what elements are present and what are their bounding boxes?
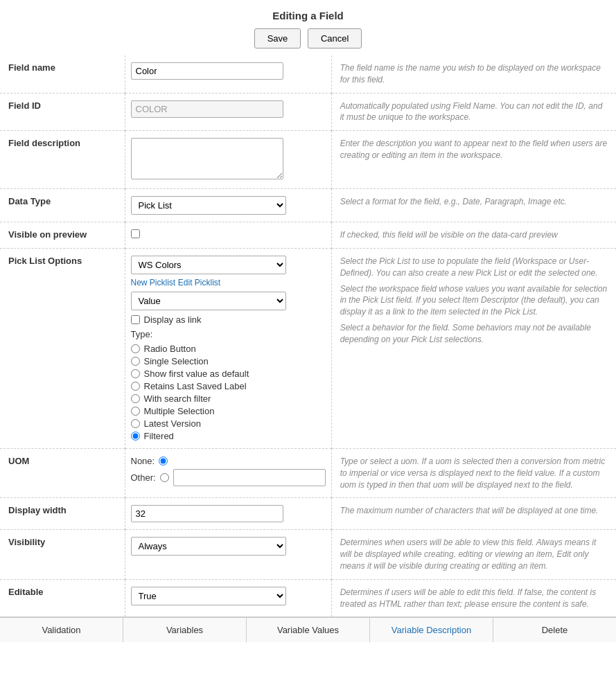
radio-label-latest_version: Latest Version	[144, 418, 201, 429]
picklist-select[interactable]: WS ColorsCustom List	[131, 256, 286, 274]
picklist-help-cell: Select the Pick List to use to populate …	[331, 248, 616, 448]
visibility-label: Visibility	[0, 530, 125, 579]
uom-other-input[interactable]	[173, 469, 326, 486]
radio-latest_version[interactable]	[131, 419, 140, 428]
field-description-label: Field description	[0, 131, 125, 189]
editable-input-cell: TrueFalse	[125, 579, 331, 616]
display-as-link-checkbox[interactable]	[131, 315, 140, 324]
field-id-input	[131, 100, 283, 118]
editable-help: Determines if users will be able to edit…	[331, 579, 616, 616]
uom-none-label: None:	[131, 456, 155, 466]
radio-row-show_first: Show first value as default	[131, 369, 326, 379]
editable-select[interactable]: TrueFalse	[131, 587, 286, 605]
display-width-label: Display width	[0, 498, 125, 530]
radio-row-with_search: With search filter	[131, 393, 326, 404]
field-name-input-cell	[125, 55, 331, 93]
radio-radio_button[interactable]	[131, 344, 140, 353]
radio-label-show_first: Show first value as default	[144, 369, 249, 379]
footer-tab-validation[interactable]: Validation	[0, 618, 123, 642]
radio-with_search[interactable]	[131, 394, 140, 403]
footer-tab-delete[interactable]: Delete	[493, 618, 616, 642]
field-name-label: Field name	[0, 55, 125, 93]
uom-other-radio[interactable]	[160, 473, 169, 482]
data-type-input-cell: Pick ListTextDateNumberImageParagraph	[125, 189, 331, 222]
display-width-row: Display width The maximum number of char…	[0, 498, 616, 530]
visible-preview-label: Visible on preview	[0, 222, 125, 249]
radio-row-latest_version: Latest Version	[131, 418, 326, 429]
radio-filtered[interactable]	[131, 432, 140, 441]
visible-preview-row: Visible on preview If checked, this fiel…	[0, 222, 616, 249]
picklist-input-cell: WS ColorsCustom List New Picklist Edit P…	[125, 248, 331, 448]
radio-label-radio_button: Radio Button	[144, 344, 196, 354]
form-table: Field name The field name is the name yo…	[0, 55, 616, 616]
radio-row-multiple_selection: Multiple Selection	[131, 406, 326, 416]
field-name-row: Field name The field name is the name yo…	[0, 55, 616, 93]
field-id-help: Automatically populated using Field Name…	[331, 93, 616, 131]
field-id-row: Field ID Automatically populated using F…	[0, 93, 616, 131]
field-description-row: Field description Enter the description …	[0, 131, 616, 189]
uom-help: Type or select a uom. If a uom is select…	[331, 448, 616, 497]
picklist-row: Pick List Options WS ColorsCustom List N…	[0, 248, 616, 448]
type-section-label: Type:	[131, 329, 326, 339]
display-as-link-label: Display as link	[144, 314, 202, 325]
field-name-help: The field name is the name you wish to b…	[331, 55, 616, 93]
field-description-input-cell	[125, 131, 331, 189]
display-width-input[interactable]	[131, 505, 283, 522]
radio-show_first[interactable]	[131, 369, 140, 378]
field-id-label: Field ID	[0, 93, 125, 131]
visibility-row: Visibility AlwaysEdit OnlyNever Determin…	[0, 530, 616, 579]
display-width-input-cell	[125, 498, 331, 530]
radio-group: Radio ButtonSingle SelectionShow first v…	[131, 344, 326, 441]
radio-label-single_selection: Single Selection	[144, 356, 209, 366]
uom-none-radio[interactable]	[159, 456, 168, 465]
data-type-select[interactable]: Pick ListTextDateNumberImageParagraph	[131, 196, 286, 215]
uom-other-label: Other:	[131, 472, 156, 483]
radio-retains_last[interactable]	[131, 382, 140, 391]
editable-label: Editable	[0, 579, 125, 616]
field-description-help: Enter the description you want to appear…	[331, 131, 616, 189]
radio-label-filtered: Filtered	[144, 431, 174, 441]
visible-preview-input-cell	[125, 222, 331, 249]
radio-single_selection[interactable]	[131, 357, 140, 366]
uom-input-cell: None: Other:	[125, 448, 331, 497]
visibility-select[interactable]: AlwaysEdit OnlyNever	[131, 537, 286, 556]
uom-none-row: None:	[131, 456, 326, 466]
page-title: Editing a Field	[0, 0, 616, 28]
visibility-help: Determines when users will be able to vi…	[331, 530, 616, 579]
visible-preview-help: If checked, this field will be visible o…	[331, 222, 616, 249]
uom-row: UOM None: Other: Type or select a uom. I…	[0, 448, 616, 497]
display-width-help: The maximum number of characters that wi…	[331, 498, 616, 530]
radio-row-filtered: Filtered	[131, 431, 326, 441]
footer-tab-variable-description[interactable]: Variable Description	[370, 618, 493, 642]
picklist-value-select[interactable]: ValueItem Descriptor	[131, 292, 286, 310]
new-picklist-link[interactable]: New Picklist	[131, 278, 176, 287]
uom-section: None: Other:	[131, 456, 326, 486]
field-description-textarea[interactable]	[131, 138, 283, 179]
cancel-button[interactable]: Cancel	[308, 28, 362, 48]
field-id-input-cell	[125, 93, 331, 131]
save-button[interactable]: Save	[254, 28, 301, 48]
footer-tab-variable-values[interactable]: Variable Values	[247, 618, 370, 642]
footer-tab-variables[interactable]: Variables	[123, 618, 247, 642]
radio-row-radio_button: Radio Button	[131, 344, 326, 354]
radio-label-with_search: With search filter	[144, 393, 211, 404]
field-name-input[interactable]	[131, 62, 283, 80]
visibility-input-cell: AlwaysEdit OnlyNever	[125, 530, 331, 579]
visible-preview-checkbox[interactable]	[131, 229, 140, 238]
data-type-label: Data Type	[0, 189, 125, 222]
editable-row: Editable TrueFalse Determines if users w…	[0, 579, 616, 616]
radio-label-multiple_selection: Multiple Selection	[144, 406, 215, 416]
footer-tabs: ValidationVariablesVariable ValuesVariab…	[0, 616, 616, 642]
radio-multiple_selection[interactable]	[131, 407, 140, 416]
radio-row-retains_last: Retains Last Saved Label	[131, 381, 326, 391]
radio-label-retains_last: Retains Last Saved Label	[144, 381, 247, 391]
edit-picklist-link[interactable]: Edit Picklist	[178, 278, 220, 287]
radio-row-single_selection: Single Selection	[131, 356, 326, 366]
picklist-label: Pick List Options	[0, 248, 125, 448]
data-type-help: Select a format for the field, e.g., Dat…	[331, 189, 616, 222]
uom-label: UOM	[0, 448, 125, 497]
data-type-row: Data Type Pick ListTextDateNumberImagePa…	[0, 189, 616, 222]
toolbar: Save Cancel	[0, 28, 616, 48]
uom-other-row: Other:	[131, 469, 326, 486]
